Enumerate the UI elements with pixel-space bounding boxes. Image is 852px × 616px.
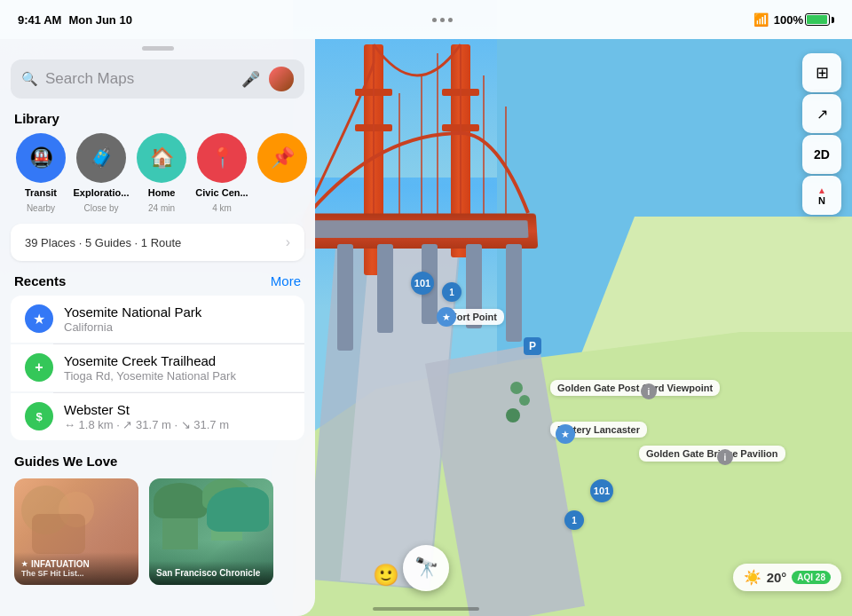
exploratorium-emoji: 🧳 (90, 146, 114, 170)
exploratorium-sublabel: Close by (84, 203, 119, 213)
library-item-home[interactable]: 🏠 Home 24 min (135, 133, 188, 213)
wifi-icon: 📶 (753, 12, 769, 27)
mountain-hint (207, 487, 269, 532)
recents-header: Recents More (0, 261, 315, 296)
more-lib-icon: 📌 (257, 133, 307, 183)
recents-more-button[interactable]: More (271, 273, 301, 288)
bottom-tools: 🔭 (403, 545, 449, 591)
tree-1 (510, 382, 523, 394)
mic-icon[interactable]: 🎤 (241, 70, 260, 89)
status-bar-right: 📶 100% (753, 12, 834, 27)
transit-sublabel: Nearby (27, 203, 55, 213)
north-label: N (818, 195, 825, 206)
library-item-more[interactable]: 📌 (256, 133, 309, 213)
recent-subtitle-yosemite: California (64, 320, 290, 334)
binoculars-button[interactable]: 🔭 (403, 545, 449, 591)
stats-row[interactable]: 39 Places · 5 Guides · 1 Route › (11, 224, 304, 261)
map-star-pin-1[interactable]: ★ (437, 307, 456, 327)
gg-bridge-pavilion-label: Golden Gate Bridge Pavilion (639, 446, 785, 462)
tree-top-1 (154, 483, 207, 518)
library-icons: 🚇 Transit Nearby 🧳 Exploratio... Close b… (0, 133, 315, 224)
time-display: 9:41 AM (18, 13, 61, 27)
hwy-101-badge-1[interactable]: 101 (411, 272, 434, 295)
map-controls: ⊞ ↗ 2D ▲ N (802, 53, 841, 215)
stats-text: 39 Places · 5 Guides · 1 Route (25, 236, 181, 249)
dots-indicator (432, 18, 453, 22)
hwy-1-badge-2[interactable]: 1 (564, 510, 584, 530)
recent-subtitle-trailhead: Tioga Rd, Yosemite National Park (64, 369, 290, 383)
north-button[interactable]: ▲ N (802, 176, 841, 215)
guide-label-infatuation: ★ INFATUATION The SF Hit List... (14, 552, 138, 585)
recent-icon-webster: $ (25, 402, 53, 430)
home-bar (373, 607, 479, 611)
search-right-icons: 🎤 (241, 67, 294, 91)
civic-sublabel: 4 km (212, 203, 232, 213)
civic-label: Civic Cen... (195, 187, 248, 199)
recent-item-yosemite[interactable]: ★ Yosemite National Park California (11, 296, 304, 343)
library-item-transit[interactable]: 🚇 Transit Nearby (14, 133, 67, 213)
guide-card-chronicle[interactable]: San Francisco Chronicle (149, 478, 273, 585)
guides-row: ★ INFATUATION The SF Hit List... San Fra… (0, 478, 315, 585)
recent-title-yosemite: Yosemite National Park (64, 304, 290, 320)
home-sublabel: 24 min (148, 203, 175, 213)
parking-badge[interactable]: P (524, 337, 541, 355)
map-info-pin-2[interactable]: i (717, 449, 733, 465)
library-item-civic[interactable]: 📍 Civic Cen... 4 km (195, 133, 248, 213)
infatuation-logo-icon: ★ (21, 560, 28, 568)
civic-icon: 📍 (197, 133, 247, 183)
2d-label: 2D (814, 147, 830, 162)
exploratorium-icon: 🧳 (76, 133, 126, 183)
search-bar[interactable]: 🔍 Search Maps 🎤 (11, 59, 304, 99)
map-star-pin-2[interactable]: ★ (556, 424, 575, 444)
stats-chevron: › (286, 234, 290, 250)
golden-gate-post-label: Golden Gate Post Card Viewpoint (550, 380, 720, 396)
recent-item-webster[interactable]: $ Webster St ↔ 1.8 km · ↗ 31.7 m · ↘ 31.… (11, 393, 304, 440)
home-emoji: 🏠 (150, 146, 174, 170)
directions-icon: ↗ (816, 106, 828, 122)
hwy-101-badge-2[interactable]: 101 (590, 479, 613, 502)
recent-title-trailhead: Yosemite Creek Trailhead (64, 353, 290, 368)
civic-emoji: 📍 (210, 146, 234, 170)
exploratorium-label: Exploratio... (74, 187, 130, 199)
guides-title: Guides We Love (14, 454, 117, 469)
food-plate-3 (32, 514, 85, 554)
bridge-road (310, 220, 528, 238)
home-label: Home (148, 187, 176, 199)
battery-pct: 100% (774, 13, 803, 27)
status-bar: 9:41 AM Mon Jun 10 📶 100% (0, 0, 852, 39)
battery-body (805, 13, 830, 26)
search-placeholder: Search Maps (45, 70, 234, 88)
dot-2 (440, 18, 445, 22)
recent-title-webster: Webster St (64, 402, 290, 417)
mood-indicator[interactable]: 🙂 (373, 563, 399, 588)
recent-icon-yosemite: ★ (25, 304, 53, 333)
directions-button[interactable]: ↗ (802, 94, 841, 133)
guide-card-infatuation[interactable]: ★ INFATUATION The SF Hit List... (14, 478, 138, 585)
recent-item-trailhead[interactable]: + Yosemite Creek Trailhead Tioga Rd, Yos… (11, 344, 304, 391)
recent-text-yosemite: Yosemite National Park California (64, 304, 290, 334)
search-icon: 🔍 (21, 71, 38, 87)
2d-button[interactable]: 2D (802, 135, 841, 174)
home-icon: 🏠 (137, 133, 186, 183)
weather-badge[interactable]: ☀️ 20° AQI 28 (733, 564, 841, 591)
smiley-icon: 🙂 (373, 563, 399, 587)
date-display: Mon Jun 10 (68, 13, 132, 27)
recent-dollar-icon: $ (36, 410, 42, 423)
battery-icon: 100% (774, 13, 834, 27)
north-arrow-icon: ▲ (817, 186, 826, 195)
battery-tip (832, 17, 834, 23)
hwy-1-badge-1[interactable]: 1 (442, 282, 462, 302)
sidebar-handle[interactable] (142, 46, 174, 51)
library-item-exploratorium[interactable]: 🧳 Exploratio... Close by (75, 133, 128, 213)
guides-header: Guides We Love (0, 441, 315, 478)
library-title: Library (0, 99, 315, 133)
layers-icon: ⊞ (816, 63, 829, 83)
bridge-support-5 (506, 244, 522, 342)
layers-button[interactable]: ⊞ (802, 53, 841, 92)
map-info-pin-1[interactable]: i (641, 383, 657, 399)
recent-icon-trailhead: + (25, 353, 53, 382)
recent-plus-icon: + (35, 359, 43, 375)
status-bar-left: 9:41 AM Mon Jun 10 (18, 13, 132, 27)
recents-title: Recents (14, 273, 66, 288)
user-avatar[interactable] (269, 67, 294, 91)
